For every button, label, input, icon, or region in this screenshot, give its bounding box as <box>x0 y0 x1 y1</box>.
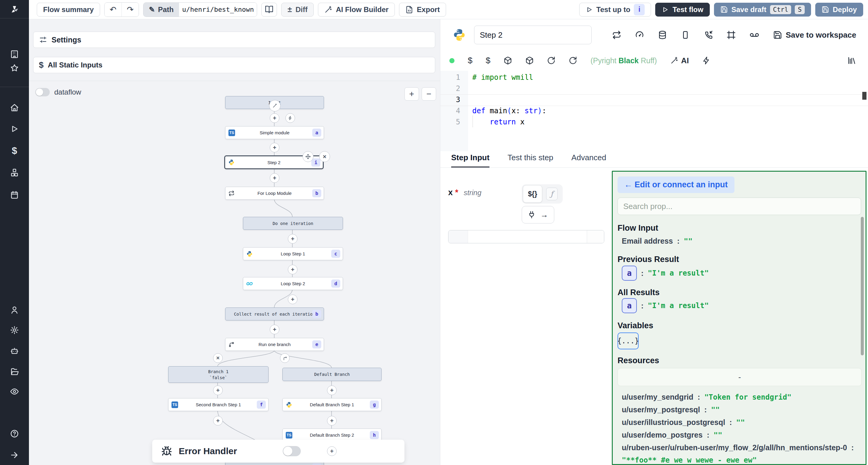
add-step-button[interactable]: + <box>288 265 298 274</box>
sidebar-item-settings[interactable] <box>8 324 21 336</box>
previous-result-row[interactable]: a : "I'm a result" <box>622 266 709 281</box>
redo-button[interactable]: ↷ <box>122 3 138 16</box>
ai-suggest-node-button[interactable] <box>269 100 281 111</box>
move-step-button[interactable] <box>303 151 313 162</box>
resource-row[interactable]: u/user/my_sendgrid:"Token for sendgrid" <box>622 393 792 401</box>
cache-icon[interactable] <box>658 30 667 39</box>
export-button[interactable]: Export <box>399 3 446 16</box>
sidebar-item-favorites[interactable] <box>8 62 21 74</box>
tab-step-input[interactable]: Step Input <box>451 153 490 167</box>
add-step-button[interactable]: + <box>270 143 279 153</box>
node-branch-1[interactable]: Branch 1 `false` <box>168 366 269 383</box>
sidebar-item-schedules[interactable] <box>8 189 21 201</box>
undo-button[interactable]: ↶ <box>104 3 122 16</box>
sidebar-item-runs[interactable] <box>8 123 21 135</box>
node-default-branch[interactable]: Default Branch <box>282 368 381 381</box>
suspend-icon[interactable] <box>704 30 713 39</box>
expr-mode-button[interactable]: ${} <box>523 185 542 203</box>
panel-scrollbar[interactable] <box>861 217 864 355</box>
sidebar-item-help[interactable] <box>8 428 21 440</box>
add-step-button[interactable]: + <box>327 446 337 456</box>
save-draft-button[interactable]: Save draft Ctrl S <box>714 3 811 16</box>
diff-button[interactable]: ± Diff <box>281 3 314 16</box>
node-loop-step-2[interactable]: GO Loop Step 2 d <box>243 277 343 290</box>
node-do-one-iteration[interactable]: Do one iteration <box>243 217 343 230</box>
resource-row-wrapped-value[interactable]: "**foo** #e we w wewe - ewe ew" <box>622 456 757 464</box>
add-step-button[interactable]: + <box>270 325 279 334</box>
variable-picker-icon[interactable]: $ <box>468 56 472 65</box>
mock-icon[interactable] <box>727 30 736 39</box>
add-step-button[interactable]: + <box>288 295 298 304</box>
sidebar-item-variables[interactable]: $ <box>8 144 21 157</box>
sidebar-item-home[interactable] <box>8 102 21 114</box>
package-icon[interactable] <box>525 56 534 65</box>
voicemail-icon[interactable] <box>749 30 759 40</box>
path-input[interactable] <box>179 3 257 16</box>
save-to-workspace-button[interactable]: Save to workspace <box>773 30 856 40</box>
timeout-icon[interactable] <box>681 30 690 39</box>
add-step-button[interactable]: + <box>270 113 279 123</box>
flow-summary-button[interactable]: Flow summary <box>37 3 100 16</box>
library-icon[interactable] <box>847 56 856 65</box>
node-loop-step-1[interactable]: Loop Step 1 c <box>243 247 343 260</box>
sidebar-item-resources[interactable] <box>8 167 21 178</box>
add-step-button[interactable]: + <box>213 416 223 426</box>
resource-select[interactable]: - <box>618 368 862 386</box>
add-step-button[interactable]: + <box>327 386 337 395</box>
flow-input-row[interactable]: Email address : "" <box>622 237 692 245</box>
arg-value-input[interactable] <box>448 230 604 243</box>
result-badge[interactable]: a <box>622 298 637 313</box>
resource-picker-icon[interactable]: $ <box>486 56 491 65</box>
add-step-button[interactable]: + <box>288 234 298 244</box>
retries-icon[interactable] <box>612 30 621 39</box>
resource-row[interactable]: u/user/demo_postgres:"" <box>622 431 722 439</box>
back-to-edit-button[interactable]: ← Edit or connect an input <box>618 176 735 193</box>
trigger-node-button[interactable] <box>285 113 295 123</box>
fn-mode-button[interactable]: ƒ <box>542 188 561 200</box>
sidebar-collapse-icon[interactable] <box>8 449 21 461</box>
concurrency-icon[interactable] <box>635 30 644 39</box>
node-second-branch-step-1[interactable]: TS Second Branch Step 1 f <box>168 398 269 411</box>
sidebar-item-folders[interactable] <box>8 366 21 378</box>
error-handler-toggle[interactable] <box>283 446 301 456</box>
all-results-row[interactable]: a : "I'm a result" <box>622 298 709 313</box>
package-icon[interactable] <box>504 56 512 65</box>
deploy-button[interactable]: Deploy <box>815 3 863 16</box>
resource-row[interactable]: u/user/illustrious_postgresql:"" <box>622 418 745 427</box>
add-step-button[interactable]: + <box>327 416 337 426</box>
test-up-to-button[interactable]: Test up to i <box>579 3 651 16</box>
remove-branch-button[interactable]: ✕ <box>213 353 223 363</box>
add-step-button[interactable]: + <box>270 173 279 183</box>
node-simple-module[interactable]: TS Simple module a <box>225 126 324 139</box>
tab-test-this-step[interactable]: Test this step <box>507 153 553 167</box>
node-collect-result[interactable]: Collect result of each iteration b <box>225 307 324 321</box>
editor-scrollbar[interactable] <box>862 92 867 100</box>
connect-input-group[interactable]: → <box>522 206 554 224</box>
resource-row[interactable]: u/user/my_postgresql:"" <box>622 405 720 414</box>
add-branch-button[interactable] <box>280 353 290 363</box>
node-run-one-branch[interactable]: Run one branch e <box>225 338 324 351</box>
add-step-button[interactable]: + <box>213 386 223 395</box>
node-default-branch-step-1[interactable]: Default Branch Step 1 g <box>282 398 381 411</box>
code-editor[interactable]: 1 2 3 4 5 # import wmill def main(x: str… <box>440 71 868 151</box>
docs-button[interactable] <box>261 3 277 16</box>
sidebar-item-audit-logs[interactable] <box>8 386 21 398</box>
bolt-icon[interactable] <box>702 56 711 65</box>
sidebar-item-workers[interactable] <box>8 345 21 357</box>
reset-icon[interactable] <box>569 56 577 65</box>
sidebar-item-workspace[interactable] <box>8 48 21 60</box>
delete-step-button[interactable]: ✕ <box>319 151 330 162</box>
test-flow-button[interactable]: Test flow <box>655 3 710 16</box>
tab-advanced[interactable]: Advanced <box>571 153 607 167</box>
search-prop-input[interactable] <box>618 198 861 215</box>
windmill-logo-icon[interactable] <box>8 4 21 16</box>
step-name-input[interactable] <box>474 26 592 44</box>
ai-gen-button[interactable]: AI <box>670 56 689 65</box>
node-for-loop-module[interactable]: For Loop Module b <box>225 187 324 200</box>
ai-flow-builder-button[interactable]: AI Flow Builder <box>318 3 395 16</box>
result-badge[interactable]: a <box>622 266 637 281</box>
resource-row[interactable]: u/ruben-user/u/ruben-user/my_flow_2/g/al… <box>622 443 858 452</box>
reload-icon[interactable] <box>547 56 555 65</box>
sidebar-item-users[interactable] <box>8 304 21 316</box>
variables-expand-button[interactable]: {...} <box>618 332 639 350</box>
